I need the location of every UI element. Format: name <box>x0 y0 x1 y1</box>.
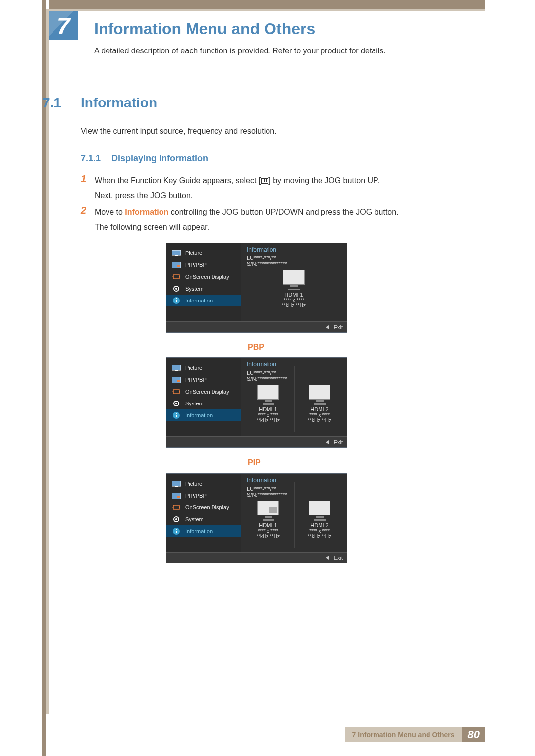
left-arrow-icon[interactable] <box>326 325 329 329</box>
svg-rect-23 <box>177 496 180 498</box>
osd-menu-label: System <box>185 286 204 292</box>
left-arrow-icon[interactable] <box>326 556 329 560</box>
pip-icon <box>171 492 181 499</box>
osd-menu-label: Information <box>185 412 213 418</box>
osd-menu-label: PIP/PBP <box>185 262 207 268</box>
osd-exit[interactable]: Exit <box>334 324 343 330</box>
osd-menu-picture[interactable]: Picture <box>166 362 241 374</box>
osd-menu-label: OnScreen Display <box>185 389 229 395</box>
svg-rect-9 <box>176 298 177 299</box>
arrows-icon <box>171 388 181 395</box>
osd-menu-system[interactable]: System <box>166 283 241 295</box>
osd-menu-label: Information <box>185 298 213 303</box>
source-freq: **kHz **Hz <box>298 534 341 539</box>
step-1: 1 When the Function Key Guide appears, s… <box>81 173 457 203</box>
osd-menu-label: System <box>185 401 204 406</box>
osd-menu-label: Picture <box>185 250 202 256</box>
osd-info-title: Information <box>247 361 341 368</box>
osd-menu-onscreen[interactable]: OnScreen Display <box>166 502 241 513</box>
osd-menu-system[interactable]: System <box>166 398 241 409</box>
osd-label-pip: PIP <box>248 458 261 467</box>
osd-menu-picture[interactable]: Picture <box>166 247 241 259</box>
pip-icon <box>171 376 181 383</box>
osd-menu: Picture PIP/PBP OnScreen Display System … <box>166 243 241 321</box>
info-icon <box>171 297 181 304</box>
footer-page-number: 80 <box>462 727 485 742</box>
svg-rect-28 <box>176 531 177 533</box>
svg-rect-13 <box>177 380 180 382</box>
monitor-glyph <box>257 385 279 400</box>
step-text: When the Function Key Guide appears, sel… <box>95 176 261 185</box>
svg-rect-24 <box>173 505 179 509</box>
osd-menu-label: PIP/PBP <box>185 493 207 499</box>
svg-point-16 <box>175 403 177 404</box>
monitor-icon <box>171 250 181 256</box>
svg-rect-10 <box>172 365 181 370</box>
svg-rect-11 <box>175 370 178 371</box>
source-res: **** x **** <box>247 412 289 418</box>
osd-footer: Exit <box>166 321 347 332</box>
osd-menu-system[interactable]: System <box>166 513 241 525</box>
menu-icon <box>261 178 268 184</box>
source-freq: **kHz **Hz <box>247 418 289 423</box>
highlight-text: Information <box>125 208 168 216</box>
osd-menu-label: OnScreen Display <box>185 504 229 510</box>
osd-menu-label: PIP/PBP <box>185 377 207 383</box>
step-text: controlling the JOG button UP/DOWN and p… <box>168 208 398 216</box>
osd-screenshot-pbp: PBP Picture PIP/PBP OnScreen Display Sys… <box>166 357 347 448</box>
osd-exit[interactable]: Exit <box>334 555 343 561</box>
osd-menu-picture[interactable]: Picture <box>166 478 241 490</box>
svg-rect-1 <box>175 255 178 256</box>
left-margin-bar-inner <box>46 9 49 714</box>
svg-rect-21 <box>175 486 178 487</box>
arrows-icon <box>171 273 181 280</box>
osd-menu-information[interactable]: Information <box>166 525 241 537</box>
page-footer: 7 Information Menu and Others 80 <box>49 727 485 742</box>
osd-info-model: LU****-***/** <box>247 255 341 261</box>
step-text: The following screen will appear. <box>95 223 209 231</box>
osd-footer: Exit <box>166 436 347 447</box>
svg-rect-3 <box>177 265 180 267</box>
monitor-glyph <box>309 385 330 400</box>
left-arrow-icon[interactable] <box>326 440 329 444</box>
osd-menu-pippbp[interactable]: PIP/PBP <box>166 259 241 271</box>
chapter-number-box: 7 <box>49 11 78 40</box>
info-icon <box>171 412 181 419</box>
osd-menu-pippbp[interactable]: PIP/PBP <box>166 490 241 502</box>
gear-icon <box>171 285 181 292</box>
step-text: Next, press the JOG button. <box>95 191 193 200</box>
source-freq: **kHz **Hz <box>247 534 289 539</box>
osd-menu-information[interactable]: Information <box>166 409 241 421</box>
osd-menu-information[interactable]: Information <box>166 295 241 306</box>
svg-point-26 <box>175 518 177 520</box>
gear-icon <box>171 400 181 407</box>
svg-rect-20 <box>172 481 181 486</box>
svg-rect-8 <box>176 300 177 302</box>
osd-menu-onscreen[interactable]: OnScreen Display <box>166 386 241 398</box>
osd-source-1: HDMI 1 **** x **** **kHz **Hz <box>247 385 289 423</box>
footer-chapter-title: 7 Information Menu and Others <box>345 727 462 742</box>
osd-info-title: Information <box>247 477 341 484</box>
step-text: Move to <box>95 208 125 216</box>
source-res: **** x **** <box>247 528 289 534</box>
source-res: **** x **** <box>298 412 341 418</box>
osd-menu-pippbp[interactable]: PIP/PBP <box>166 374 241 386</box>
osd-info-sn: S/N:************** <box>247 376 341 382</box>
svg-rect-0 <box>172 250 181 255</box>
top-bar-inner <box>49 9 485 11</box>
svg-rect-14 <box>173 390 179 394</box>
source-freq: **kHz **Hz <box>272 303 315 308</box>
step-text: ] by moving the JOG button UP. <box>268 176 379 185</box>
osd-menu: Picture PIP/PBP OnScreen Display System … <box>166 474 241 552</box>
osd-exit[interactable]: Exit <box>334 439 343 445</box>
svg-rect-29 <box>176 529 177 530</box>
divider <box>294 482 295 548</box>
osd-menu-onscreen[interactable]: OnScreen Display <box>166 271 241 283</box>
osd-info-sn: S/N:************** <box>247 261 341 267</box>
osd-menu-label: System <box>185 516 204 522</box>
osd-info-panel: Information LU****-***/** S/N:**********… <box>241 358 347 436</box>
source-res: **** x **** <box>272 298 315 303</box>
osd-source-2: HDMI 2 **** x **** **kHz **Hz <box>298 501 341 539</box>
osd-info-model: LU****-***/** <box>247 370 341 376</box>
osd-menu-label: Picture <box>185 481 202 487</box>
